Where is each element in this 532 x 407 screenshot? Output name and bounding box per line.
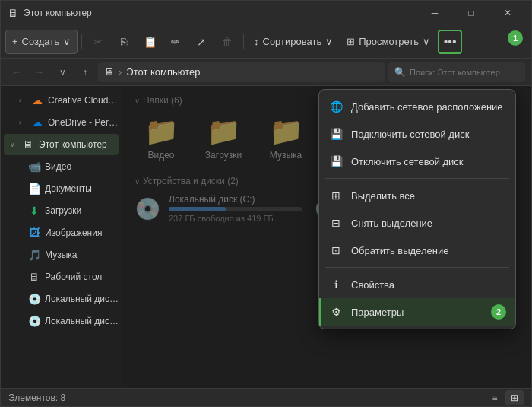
list-view-button[interactable]: ≡	[486, 390, 504, 405]
network-add-icon: 🌐	[328, 99, 344, 114]
sidebar: › ☁ Creative Cloud Files › ☁ OneDrive - …	[1, 86, 122, 388]
toolbar-divider-2	[243, 34, 244, 49]
menu-item-label: Выделить все	[351, 190, 415, 202]
new-label: Создать	[22, 36, 59, 47]
sidebar-item-images[interactable]: 🖼 Изображения	[4, 222, 119, 243]
chevron-icon: ∨	[10, 141, 17, 148]
forward-button[interactable]: →	[30, 62, 49, 82]
sidebar-item-onedrive[interactable]: › ☁ OneDrive - Personal	[4, 112, 119, 133]
view-label: Просмотреть	[359, 36, 419, 47]
more-badge: 1	[508, 30, 523, 46]
downloads-icon: ⬇	[28, 205, 40, 217]
expand-button[interactable]: ∨	[52, 62, 72, 82]
connect-disk-icon: 💾	[328, 126, 344, 141]
sidebar-item-video[interactable]: 📹 Видео	[4, 156, 119, 177]
window-icon: 🖥	[7, 7, 19, 19]
statusbar-count: Элементов: 8	[8, 393, 65, 403]
pc-icon: 🖥	[22, 138, 34, 151]
deselect-icon: ⊟	[328, 215, 344, 231]
sidebar-item-music[interactable]: 🎵 Музыка	[4, 244, 119, 266]
sidebar-item-disk-d[interactable]: 💿 Локальный диск (D:)	[4, 310, 119, 332]
sidebar-item-creative-cloud[interactable]: › ☁ Creative Cloud Files	[4, 90, 119, 111]
invert-icon: ⊡	[328, 243, 344, 258]
more-icon: •••	[444, 35, 457, 49]
menu-item-label: Параметры	[351, 307, 404, 318]
address-box[interactable]: 🖥 › Этот компьютер	[98, 62, 385, 82]
documents-icon: 📄	[28, 183, 40, 195]
video-icon: 📹	[28, 161, 40, 173]
images-icon: 🖼	[28, 227, 40, 239]
new-button[interactable]: + Создать ∨	[5, 30, 78, 54]
sidebar-item-label: OneDrive - Personal	[48, 117, 119, 128]
window-title: Этот компьютер	[24, 8, 417, 18]
menu-item-settings[interactable]: ⚙ Параметры 2	[319, 298, 515, 326]
menu-item-add-network[interactable]: 🌐 Добавить сетевое расположение	[319, 93, 515, 120]
sidebar-item-label: Изображения	[45, 227, 119, 238]
chevron-icon: ›	[19, 97, 27, 104]
sidebar-item-downloads[interactable]: ⬇ Загрузки	[4, 200, 119, 221]
view-icon: ⊞	[347, 36, 355, 47]
sort-button[interactable]: ↕ Сортировать ∨	[248, 30, 339, 54]
minimize-button[interactable]: ─	[417, 1, 452, 25]
sidebar-item-label: Музыка	[45, 250, 119, 260]
address-separator-arrow: ›	[119, 66, 122, 78]
sidebar-item-documents[interactable]: 📄 Документы	[4, 178, 119, 199]
sort-label: Сортировать	[263, 36, 322, 47]
sort-chevron-icon: ∨	[325, 36, 333, 47]
rename-button[interactable]: ✏	[163, 30, 188, 54]
titlebar-controls: ─ □ ✕	[417, 1, 525, 25]
music-icon: 🎵	[28, 249, 40, 261]
menu-item-deselect[interactable]: ⊟ Снять выделение	[319, 209, 515, 237]
menu-item-disconnect-disk[interactable]: 💾 Отключить сетевой диск	[319, 148, 515, 175]
share-button[interactable]: ↗	[189, 30, 214, 54]
settings-icon: ⚙	[328, 304, 344, 320]
paste-button[interactable]: 📋	[138, 30, 162, 54]
grid-view-button[interactable]: ⊞	[505, 390, 524, 405]
sidebar-item-disk-c[interactable]: 💿 Локальный диск (C:)	[4, 288, 119, 310]
select-all-icon: ⊞	[328, 188, 344, 203]
titlebar: 🖥 Этот компьютер ─ □ ✕	[1, 1, 531, 25]
dropdown-menu: 🌐 Добавить сетевое расположение 💾 Подклю…	[318, 89, 516, 329]
search-box[interactable]: 🔍 Поиск: Этот компьютер	[388, 62, 525, 82]
menu-item-label: Подключить сетевой диск	[351, 129, 469, 140]
sidebar-item-this-pc[interactable]: ∨ 🖥 Этот компьютер	[4, 134, 119, 155]
more-button[interactable]: •••	[438, 30, 462, 54]
new-icon: +	[12, 36, 18, 47]
menu-item-label: Снять выделение	[351, 218, 432, 229]
toolbar-divider-1	[81, 34, 82, 49]
content-area: ∨ Папки (6) 📁 Видео 📁 Загрузки 📁 Музыка	[122, 86, 531, 388]
dropdown-overlay[interactable]: 🌐 Добавить сетевое расположение 💾 Подклю…	[122, 86, 531, 388]
new-chevron-icon: ∨	[63, 36, 71, 47]
menu-item-invert-selection[interactable]: ⊡ Обратить выделение	[319, 237, 515, 264]
menu-item-properties[interactable]: ℹ Свойства	[319, 271, 515, 298]
settings-badge: 2	[491, 304, 506, 320]
cut-button[interactable]: ✂	[86, 30, 110, 54]
menu-item-select-all[interactable]: ⊞ Выделить все	[319, 182, 515, 209]
search-icon: 🔍	[394, 67, 406, 78]
sidebar-item-label: Локальный диск (D:)	[45, 316, 119, 326]
sidebar-item-label: Видео	[45, 161, 119, 172]
menu-item-connect-disk[interactable]: 💾 Подключить сетевой диск	[319, 120, 515, 148]
disk-d-icon: 💿	[28, 315, 40, 327]
desktop-icon: 🖥	[28, 271, 40, 283]
addressbar: ← → ∨ ↑ 🖥 › Этот компьютер 🔍 Поиск: Этот…	[1, 59, 531, 86]
sidebar-item-label: Рабочий стол	[45, 272, 119, 282]
creative-cloud-icon: ☁	[31, 94, 43, 107]
sidebar-item-label: Этот компьютер	[39, 139, 119, 150]
sidebar-item-desktop[interactable]: 🖥 Рабочий стол	[4, 266, 119, 288]
address-separator: 🖥	[104, 66, 114, 78]
view-chevron-icon: ∨	[423, 36, 430, 47]
view-button[interactable]: ⊞ Просмотреть ∨	[340, 30, 436, 54]
menu-divider-2	[325, 267, 509, 268]
copy-button[interactable]: ⎘	[112, 30, 136, 54]
up-button[interactable]: ↑	[75, 62, 95, 82]
statusbar: Элементов: 8 ≡ ⊞	[1, 388, 531, 406]
menu-item-label: Обратить выделение	[351, 245, 448, 256]
delete-button[interactable]: 🗑	[215, 30, 239, 54]
back-button[interactable]: ←	[7, 62, 27, 82]
close-button[interactable]: ✕	[490, 1, 525, 25]
sidebar-item-label: Загрузки	[45, 205, 119, 216]
maximize-button[interactable]: □	[454, 1, 489, 25]
disconnect-disk-icon: 💾	[328, 154, 344, 169]
sidebar-item-label: Локальный диск (C:)	[45, 294, 119, 304]
